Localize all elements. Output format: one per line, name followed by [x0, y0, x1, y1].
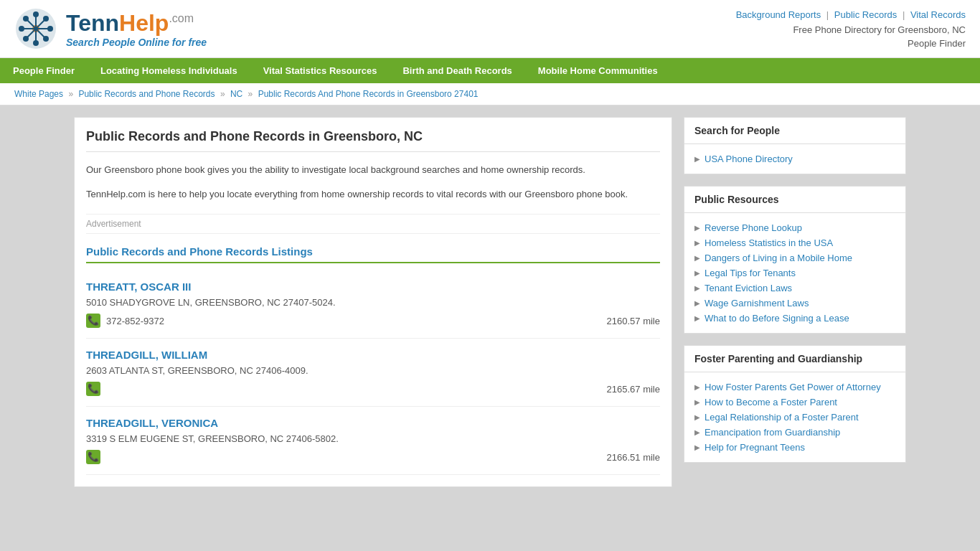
sidebar-search-title: Search for People	[684, 118, 905, 144]
person-name-3[interactable]: THREADGILL, VERONICA	[86, 417, 660, 429]
reverse-phone-label: Reverse Phone Lookup	[705, 222, 802, 233]
logo-tagline: Search People Online for free	[66, 37, 207, 48]
nav-homeless[interactable]: Locating Homeless Individuals	[88, 58, 250, 83]
arrow-icon-f1: ▶	[694, 398, 700, 406]
person-address-3: 3319 S ELM EUGENE ST, GREENSBORO, NC 274…	[86, 433, 660, 444]
person-card-1: THREATT, OSCAR III 5010 SHADYGROVE LN, G…	[86, 270, 660, 339]
breadcrumb-white-pages[interactable]: White Pages	[14, 89, 63, 99]
sidebar-search-content: ▶ USA Phone Directory	[684, 144, 905, 174]
pregnant-teens-link[interactable]: ▶ Help for Pregnant Teens	[694, 440, 895, 455]
logo-tenn: Tenn	[66, 10, 119, 36]
nav-people-finder[interactable]: People Finder	[0, 58, 88, 83]
sidebar-foster-box: Foster Parenting and Guardianship ▶ How …	[684, 345, 906, 463]
foster-power-link[interactable]: ▶ How Foster Parents Get Power of Attorn…	[694, 380, 895, 395]
distance-2: 2165.67 mile	[607, 384, 660, 395]
phone-icon-1: 📞	[86, 314, 100, 328]
ad-label: Advertisement	[86, 214, 660, 234]
pregnant-teens-label: Help for Pregnant Teens	[705, 442, 805, 453]
person-contact-row-1: 📞 372-852-9372 2160.57 mile	[86, 314, 660, 328]
content-area: Public Records and Phone Records in Gree…	[74, 117, 672, 487]
bg-reports-link[interactable]: Background Reports	[736, 9, 821, 20]
logo-name: TennHelp.com	[66, 10, 207, 37]
breadcrumb-nc[interactable]: NC	[230, 89, 242, 99]
logo-help: Help	[119, 10, 169, 36]
dangers-mobile-link[interactable]: ▶ Dangers of Living in a Mobile Home	[694, 250, 895, 265]
sidebar: Search for People ▶ USA Phone Directory …	[684, 117, 906, 487]
logo-text: TennHelp.com Search People Online for fr…	[66, 10, 207, 48]
legal-tips-label: Legal Tips for Tenants	[705, 268, 796, 278]
header-phone-dir: Free Phone Directory for Greensboro, NC	[736, 24, 966, 35]
header-top-links: Background Reports | Public Records | Vi…	[736, 9, 966, 20]
nav: People Finder Locating Homeless Individu…	[0, 58, 980, 83]
person-name-2[interactable]: THREADGILL, WILLIAM	[86, 349, 660, 361]
foster-power-label: How Foster Parents Get Power of Attorney	[705, 382, 881, 392]
arrow-icon-f3: ▶	[694, 428, 700, 436]
usa-phone-dir-label: USA Phone Directory	[705, 154, 793, 164]
arrow-icon-f4: ▶	[694, 443, 700, 451]
tenant-eviction-link[interactable]: ▶ Tenant Eviction Laws	[694, 281, 895, 296]
phone-icon-3: 📞	[86, 450, 100, 464]
logo-com: .com	[169, 12, 194, 24]
person-address-1: 5010 SHADYGROVE LN, GREENSBORO, NC 27407…	[86, 297, 660, 308]
distance-3: 2166.51 mile	[607, 452, 660, 463]
become-foster-link[interactable]: ▶ How to Become a Foster Parent	[694, 395, 895, 410]
sidebar-search-box: Search for People ▶ USA Phone Directory	[684, 117, 906, 174]
person-contact-row-3: 📞 2166.51 mile	[86, 450, 660, 464]
dangers-mobile-label: Dangers of Living in a Mobile Home	[705, 253, 852, 263]
content-desc1: Our Greensboro phone book gives you the …	[86, 162, 660, 178]
nav-birth-death[interactable]: Birth and Death Records	[390, 58, 524, 83]
header-people-finder: People Finder	[736, 38, 966, 49]
arrow-icon-2: ▶	[694, 254, 700, 262]
usa-phone-dir-link[interactable]: ▶ USA Phone Directory	[694, 151, 895, 166]
person-address-2: 2603 ATLANTA ST, GREENSBORO, NC 27406-40…	[86, 365, 660, 376]
arrow-icon-f0: ▶	[694, 383, 700, 391]
phone-row-1: 📞 372-852-9372	[86, 314, 164, 328]
breadcrumb-public-records[interactable]: Public Records and Phone Records	[78, 89, 215, 99]
arrow-icon-4: ▶	[694, 284, 700, 292]
sidebar-public-resources-title: Public Resources	[684, 187, 905, 213]
breadcrumb-greensboro[interactable]: Public Records And Phone Records in Gree…	[258, 89, 479, 99]
phone-row-2: 📞	[86, 382, 100, 396]
homeless-stats-link[interactable]: ▶ Homeless Statistics in the USA	[694, 235, 895, 250]
listings-title: Public Records and Phone Records Listing…	[86, 245, 660, 263]
wage-garnishment-link[interactable]: ▶ Wage Garnishment Laws	[694, 296, 895, 311]
become-foster-label: How to Become a Foster Parent	[705, 397, 837, 408]
sidebar-public-resources-content: ▶ Reverse Phone Lookup ▶ Homeless Statis…	[684, 213, 905, 333]
header: TennHelp.com Search People Online for fr…	[0, 0, 980, 58]
main-layout: Public Records and Phone Records in Gree…	[67, 105, 913, 499]
nav-mobile-home[interactable]: Mobile Home Communities	[525, 58, 671, 83]
person-contact-row-2: 📞 2165.67 mile	[86, 382, 660, 396]
person-name-1[interactable]: THREATT, OSCAR III	[86, 281, 660, 293]
person-card-3: THREADGILL, VERONICA 3319 S ELM EUGENE S…	[86, 407, 660, 475]
person-card-2: THREADGILL, WILLIAM 2603 ATLANTA ST, GRE…	[86, 339, 660, 407]
phone-number-1[interactable]: 372-852-9372	[106, 316, 164, 326]
reverse-phone-link[interactable]: ▶ Reverse Phone Lookup	[694, 220, 895, 235]
breadcrumb: White Pages » Public Records and Phone R…	[0, 83, 980, 105]
sidebar-foster-content: ▶ How Foster Parents Get Power of Attorn…	[684, 372, 905, 462]
vital-records-link[interactable]: Vital Records	[910, 9, 966, 20]
header-links: Background Reports | Public Records | Vi…	[736, 9, 966, 49]
signing-lease-label: What to do Before Signing a Lease	[705, 313, 849, 324]
emancipation-label: Emancipation from Guardianship	[705, 427, 840, 438]
sidebar-public-resources-box: Public Resources ▶ Reverse Phone Lookup …	[684, 186, 906, 334]
logo-icon	[14, 7, 57, 50]
phone-row-3: 📞	[86, 450, 100, 464]
legal-foster-link[interactable]: ▶ Legal Relationship of a Foster Parent	[694, 410, 895, 425]
legal-foster-label: Legal Relationship of a Foster Parent	[705, 412, 859, 423]
wage-garnishment-label: Wage Garnishment Laws	[705, 298, 809, 309]
signing-lease-link[interactable]: ▶ What to do Before Signing a Lease	[694, 311, 895, 326]
content-desc2: TennHelp.com is here to help you locate …	[86, 187, 660, 202]
logo-area: TennHelp.com Search People Online for fr…	[14, 7, 207, 50]
arrow-icon-f2: ▶	[694, 413, 700, 421]
public-records-link[interactable]: Public Records	[834, 9, 897, 20]
legal-tips-link[interactable]: ▶ Legal Tips for Tenants	[694, 265, 895, 281]
content-title: Public Records and Phone Records in Gree…	[86, 129, 660, 152]
arrow-icon-1: ▶	[694, 239, 700, 247]
arrow-icon: ▶	[694, 155, 700, 163]
arrow-icon-3: ▶	[694, 269, 700, 277]
homeless-stats-label: Homeless Statistics in the USA	[705, 237, 833, 248]
emancipation-link[interactable]: ▶ Emancipation from Guardianship	[694, 425, 895, 440]
nav-vital-stats[interactable]: Vital Statistics Resources	[250, 58, 390, 83]
sidebar-foster-title: Foster Parenting and Guardianship	[684, 346, 905, 372]
distance-1: 2160.57 mile	[607, 316, 660, 326]
